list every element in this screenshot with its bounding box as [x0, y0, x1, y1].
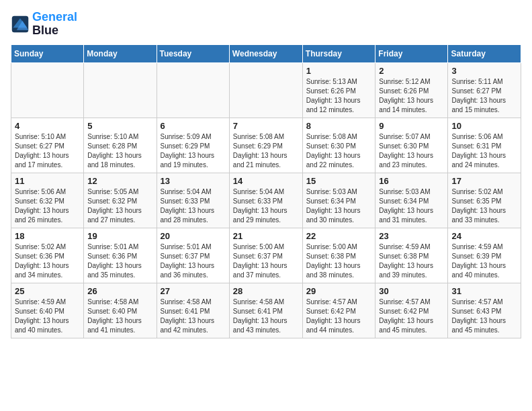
day-info: Sunrise: 4:58 AM Sunset: 6:41 PM Dayligh… [233, 298, 299, 335]
calendar-cell: 19Sunrise: 5:01 AM Sunset: 6:36 PM Dayli… [84, 228, 157, 283]
calendar-cell: 29Sunrise: 4:57 AM Sunset: 6:42 PM Dayli… [302, 283, 375, 338]
day-info: Sunrise: 5:03 AM Sunset: 6:34 PM Dayligh… [306, 187, 372, 225]
day-info: Sunrise: 5:01 AM Sunset: 6:36 PM Dayligh… [87, 242, 152, 280]
day-number: 16 [379, 176, 444, 186]
day-info: Sunrise: 5:10 AM Sunset: 6:28 PM Dayligh… [87, 132, 152, 170]
day-info: Sunrise: 5:12 AM Sunset: 6:26 PM Dayligh… [379, 77, 444, 115]
day-number: 11 [15, 176, 80, 186]
calendar-cell [229, 62, 302, 118]
day-info: Sunrise: 5:00 AM Sunset: 6:37 PM Dayligh… [233, 242, 299, 280]
day-number: 4 [15, 121, 80, 131]
day-number: 2 [379, 66, 444, 76]
day-number: 7 [233, 121, 299, 131]
calendar-cell: 9Sunrise: 5:07 AM Sunset: 6:30 PM Daylig… [375, 118, 448, 173]
day-info: Sunrise: 5:08 AM Sunset: 6:30 PM Dayligh… [306, 132, 372, 170]
day-number: 10 [451, 121, 517, 131]
logo-icon [11, 15, 30, 34]
calendar-cell: 21Sunrise: 5:00 AM Sunset: 6:37 PM Dayli… [229, 228, 302, 283]
calendar-cell: 30Sunrise: 4:57 AM Sunset: 6:42 PM Dayli… [375, 283, 448, 338]
weekday-header: Tuesday [157, 44, 229, 62]
day-number: 23 [379, 231, 444, 241]
weekday-header: Wednesday [229, 44, 302, 62]
calendar-cell: 4Sunrise: 5:10 AM Sunset: 6:27 PM Daylig… [11, 118, 84, 173]
day-number: 9 [379, 121, 444, 131]
day-info: Sunrise: 5:09 AM Sunset: 6:29 PM Dayligh… [161, 132, 226, 170]
day-number: 12 [87, 176, 152, 186]
calendar-cell: 31Sunrise: 4:57 AM Sunset: 6:43 PM Dayli… [448, 283, 521, 338]
day-info: Sunrise: 5:07 AM Sunset: 6:30 PM Dayligh… [379, 132, 444, 170]
calendar-cell: 27Sunrise: 4:58 AM Sunset: 6:41 PM Dayli… [157, 283, 229, 338]
calendar-cell: 14Sunrise: 5:04 AM Sunset: 6:33 PM Dayli… [229, 173, 302, 228]
calendar-cell: 28Sunrise: 4:58 AM Sunset: 6:41 PM Dayli… [229, 283, 302, 338]
weekday-header: Friday [375, 44, 448, 62]
day-number: 6 [161, 121, 226, 131]
calendar-cell: 3Sunrise: 5:11 AM Sunset: 6:27 PM Daylig… [448, 62, 521, 118]
day-number: 18 [15, 231, 80, 241]
weekday-header: Monday [84, 44, 157, 62]
weekday-header: Thursday [302, 44, 375, 62]
day-number: 21 [233, 231, 299, 241]
day-info: Sunrise: 5:03 AM Sunset: 6:34 PM Dayligh… [379, 187, 444, 225]
calendar-cell: 22Sunrise: 5:00 AM Sunset: 6:38 PM Dayli… [302, 228, 375, 283]
logo-text: General Blue [32, 11, 77, 38]
calendar-cell: 11Sunrise: 5:06 AM Sunset: 6:32 PM Dayli… [11, 173, 84, 228]
day-number: 25 [15, 286, 80, 296]
calendar-week-row: 1Sunrise: 5:13 AM Sunset: 6:26 PM Daylig… [11, 62, 521, 118]
day-info: Sunrise: 5:02 AM Sunset: 6:35 PM Dayligh… [451, 187, 517, 225]
day-info: Sunrise: 5:04 AM Sunset: 6:33 PM Dayligh… [161, 187, 226, 225]
calendar-cell: 8Sunrise: 5:08 AM Sunset: 6:30 PM Daylig… [302, 118, 375, 173]
day-info: Sunrise: 4:58 AM Sunset: 6:40 PM Dayligh… [87, 298, 152, 335]
day-number: 29 [306, 286, 372, 296]
day-info: Sunrise: 5:02 AM Sunset: 6:36 PM Dayligh… [15, 242, 80, 280]
day-info: Sunrise: 5:01 AM Sunset: 6:37 PM Dayligh… [161, 242, 226, 280]
day-number: 1 [306, 66, 372, 76]
day-info: Sunrise: 5:05 AM Sunset: 6:32 PM Dayligh… [87, 187, 152, 225]
day-info: Sunrise: 5:13 AM Sunset: 6:26 PM Dayligh… [306, 77, 372, 115]
day-number: 20 [161, 231, 226, 241]
day-number: 26 [87, 286, 152, 296]
calendar-cell: 17Sunrise: 5:02 AM Sunset: 6:35 PM Dayli… [448, 173, 521, 228]
calendar-table: SundayMondayTuesdayWednesdayThursdayFrid… [11, 44, 521, 338]
calendar-cell: 20Sunrise: 5:01 AM Sunset: 6:37 PM Dayli… [157, 228, 229, 283]
day-number: 27 [161, 286, 226, 296]
day-info: Sunrise: 4:57 AM Sunset: 6:42 PM Dayligh… [306, 298, 372, 335]
day-info: Sunrise: 4:58 AM Sunset: 6:41 PM Dayligh… [161, 298, 226, 335]
day-info: Sunrise: 4:57 AM Sunset: 6:43 PM Dayligh… [451, 298, 517, 335]
day-number: 19 [87, 231, 152, 241]
calendar-cell [157, 62, 229, 118]
calendar-week-row: 11Sunrise: 5:06 AM Sunset: 6:32 PM Dayli… [11, 173, 521, 228]
logo: General Blue [11, 11, 77, 38]
calendar-cell: 18Sunrise: 5:02 AM Sunset: 6:36 PM Dayli… [11, 228, 84, 283]
calendar-cell: 23Sunrise: 4:59 AM Sunset: 6:38 PM Dayli… [375, 228, 448, 283]
day-info: Sunrise: 4:57 AM Sunset: 6:42 PM Dayligh… [379, 298, 444, 335]
day-info: Sunrise: 5:00 AM Sunset: 6:38 PM Dayligh… [306, 242, 372, 280]
day-info: Sunrise: 5:10 AM Sunset: 6:27 PM Dayligh… [15, 132, 80, 170]
day-number: 14 [233, 176, 299, 186]
calendar-cell [84, 62, 157, 118]
calendar-cell: 26Sunrise: 4:58 AM Sunset: 6:40 PM Dayli… [84, 283, 157, 338]
calendar-cell: 2Sunrise: 5:12 AM Sunset: 6:26 PM Daylig… [375, 62, 448, 118]
calendar-cell: 13Sunrise: 5:04 AM Sunset: 6:33 PM Dayli… [157, 173, 229, 228]
day-number: 24 [451, 231, 517, 241]
calendar-cell: 7Sunrise: 5:08 AM Sunset: 6:29 PM Daylig… [229, 118, 302, 173]
day-number: 28 [233, 286, 299, 296]
day-info: Sunrise: 4:59 AM Sunset: 6:40 PM Dayligh… [15, 298, 80, 335]
day-number: 30 [379, 286, 444, 296]
calendar-cell: 12Sunrise: 5:05 AM Sunset: 6:32 PM Dayli… [84, 173, 157, 228]
day-info: Sunrise: 5:04 AM Sunset: 6:33 PM Dayligh… [233, 187, 299, 225]
calendar-week-row: 18Sunrise: 5:02 AM Sunset: 6:36 PM Dayli… [11, 228, 521, 283]
calendar-cell: 10Sunrise: 5:06 AM Sunset: 6:31 PM Dayli… [448, 118, 521, 173]
calendar-cell: 24Sunrise: 4:59 AM Sunset: 6:39 PM Dayli… [448, 228, 521, 283]
day-info: Sunrise: 5:11 AM Sunset: 6:27 PM Dayligh… [451, 77, 517, 115]
calendar-week-row: 4Sunrise: 5:10 AM Sunset: 6:27 PM Daylig… [11, 118, 521, 173]
day-number: 17 [451, 176, 517, 186]
calendar-cell: 1Sunrise: 5:13 AM Sunset: 6:26 PM Daylig… [302, 62, 375, 118]
day-number: 22 [306, 231, 372, 241]
day-info: Sunrise: 4:59 AM Sunset: 6:38 PM Dayligh… [379, 242, 444, 280]
weekday-header: Saturday [448, 44, 521, 62]
day-info: Sunrise: 4:59 AM Sunset: 6:39 PM Dayligh… [451, 242, 517, 280]
calendar-cell: 16Sunrise: 5:03 AM Sunset: 6:34 PM Dayli… [375, 173, 448, 228]
day-number: 31 [451, 286, 517, 296]
calendar-cell: 6Sunrise: 5:09 AM Sunset: 6:29 PM Daylig… [157, 118, 229, 173]
day-info: Sunrise: 5:08 AM Sunset: 6:29 PM Dayligh… [233, 132, 299, 170]
